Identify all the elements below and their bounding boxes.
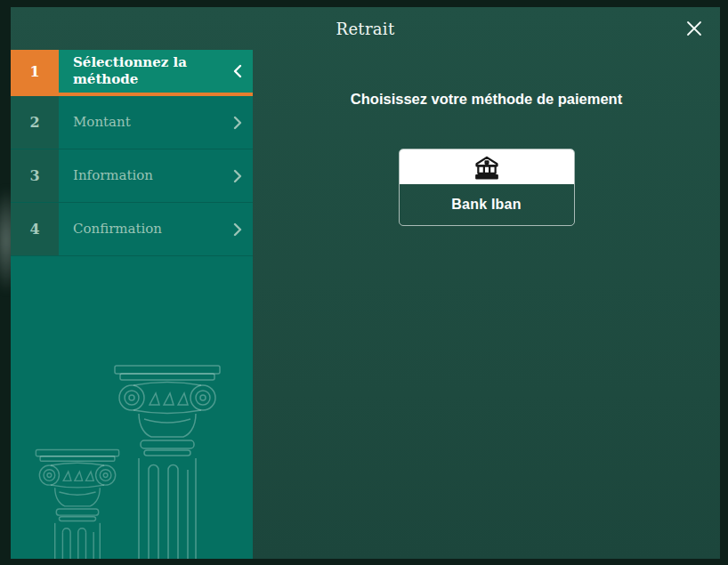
method-card-label: Bank Iban [400,184,574,225]
step-label: Montant [59,96,222,149]
step-item-confirmation[interactable]: 4 Confirmation [11,203,253,256]
withdrawal-modal: Retrait 1 Sélectionnez la méthode 2 Mont… [11,7,720,559]
step-number: 1 [11,50,59,93]
chevron-left-icon [222,50,253,93]
ionic-column-icon [112,364,222,559]
bank-icon [473,154,501,181]
chevron-right-icon [222,149,253,202]
step-item-information[interactable]: 3 Information [11,149,253,203]
payment-method-bank-iban[interactable]: Bank Iban [399,149,575,226]
step-number: 4 [11,203,59,255]
step-number: 3 [11,149,59,202]
step-label: Confirmation [59,203,222,255]
ionic-column-icon [34,448,121,559]
modal-title: Retrait [336,20,395,38]
step-item-select-method[interactable]: 1 Sélectionnez la méthode [11,50,253,96]
step-label: Information [59,149,222,202]
chevron-right-icon [222,203,253,255]
payment-method-panel: Choisissez votre méthode de paiement Ban… [253,50,720,559]
modal-body: 1 Sélectionnez la méthode 2 Montant 3 In… [11,50,720,559]
close-button[interactable] [679,13,709,44]
modal-header: Retrait [11,7,720,50]
step-number: 2 [11,96,59,149]
chevron-right-icon [222,96,253,149]
panel-heading: Choisissez votre méthode de paiement [351,91,622,108]
step-label: Sélectionnez la méthode [59,50,222,93]
steps-sidebar: 1 Sélectionnez la méthode 2 Montant 3 In… [11,50,253,559]
close-icon [684,18,705,39]
page-backdrop: { "modal": { "title": "Retrait" }, "step… [0,0,728,565]
step-item-amount[interactable]: 2 Montant [11,96,253,149]
method-card-icon-area [400,149,574,184]
